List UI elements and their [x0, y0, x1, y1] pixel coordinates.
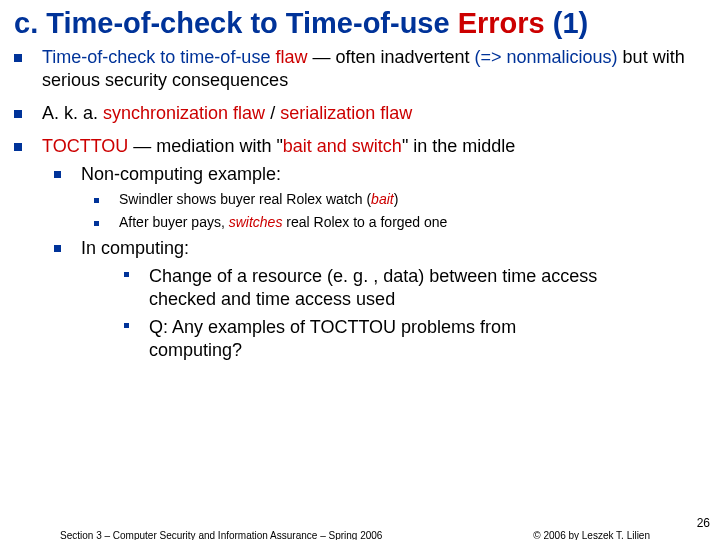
bullet-list: Time-of-check to time-of-use flaw — ofte…	[14, 46, 706, 362]
bullet-3-1-text: Non-computing example:	[81, 163, 281, 186]
b3-d: " in the middle	[402, 136, 515, 156]
b2-b: synchronization flaw	[103, 103, 265, 123]
bullet-3-2-text: In computing:	[81, 237, 189, 260]
bullet-2: A. k. a. synchronization flaw / serializ…	[14, 102, 706, 125]
b311-c: )	[394, 191, 399, 207]
bullet-icon	[124, 323, 129, 328]
b311-a: Swindler shows buyer real Rolex watch (	[119, 191, 371, 207]
bullet-3-2: In computing:	[54, 237, 706, 260]
b312-a: After buyer pays,	[119, 214, 229, 230]
bullet-3-1-2-text: After buyer pays, switches real Rolex to…	[119, 214, 447, 232]
bullet-3-2-1-text: Change of a resource (e. g. , data) betw…	[149, 265, 609, 311]
b312-b: switches	[229, 214, 283, 230]
bullet-icon	[14, 143, 22, 151]
bullet-3-1-1-text: Swindler shows buyer real Rolex watch (b…	[119, 191, 398, 209]
page-number: 26	[697, 516, 710, 530]
b3-c: bait and switch	[283, 136, 402, 156]
bullet-icon	[94, 221, 99, 226]
bullet-icon	[54, 245, 61, 252]
slide: c. Time-of-check to Time-of-use Errors (…	[0, 0, 720, 540]
bullet-1-text: Time-of-check to time-of-use flaw — ofte…	[42, 46, 706, 92]
bullet-3-2-2: Q: Any examples of TOCTTOU problems from…	[124, 316, 706, 362]
title-prefix: c.	[14, 7, 46, 39]
footer-right: © 2006 by Leszek T. Lilien	[533, 530, 650, 540]
b1-d: (=> nonmalicious)	[475, 47, 618, 67]
b3-b: — mediation with "	[128, 136, 282, 156]
bullet-3-1: Non-computing example:	[54, 163, 706, 186]
b2-c: /	[265, 103, 280, 123]
bullet-icon	[124, 272, 129, 277]
bullet-1: Time-of-check to time-of-use flaw — ofte…	[14, 46, 706, 92]
b2-a: A. k. a.	[42, 103, 103, 123]
b312-c: real Rolex to a forged one	[282, 214, 447, 230]
bullet-2-text: A. k. a. synchronization flaw / serializ…	[42, 102, 412, 125]
bullet-3: TOCTTOU — mediation with "bait and switc…	[14, 135, 706, 158]
bullet-icon	[14, 110, 22, 118]
bullet-icon	[54, 171, 61, 178]
b3-a: TOCTTOU	[42, 136, 128, 156]
title-main-a: Time-of-check to Time-of-use	[46, 7, 457, 39]
bullet-icon	[94, 198, 99, 203]
b1-c: — often inadvertent	[307, 47, 474, 67]
bullet-3-text: TOCTTOU — mediation with "bait and switc…	[42, 135, 515, 158]
footer-left: Section 3 – Computer Security and Inform…	[60, 530, 382, 540]
bullet-3-2-1: Change of a resource (e. g. , data) betw…	[124, 265, 706, 311]
title-suffix: (1)	[545, 7, 589, 39]
bullet-3-2-2-text: Q: Any examples of TOCTTOU problems from…	[149, 316, 609, 362]
b1-b: flaw	[275, 47, 307, 67]
bullet-icon	[14, 54, 22, 62]
bullet-3-1-1: Swindler shows buyer real Rolex watch (b…	[94, 191, 706, 209]
b2-d: serialization flaw	[280, 103, 412, 123]
title-errors: Errors	[458, 7, 545, 39]
b1-a: Time-of-check to time-of-use	[42, 47, 275, 67]
b311-b: bait	[371, 191, 394, 207]
bullet-3-1-2: After buyer pays, switches real Rolex to…	[94, 214, 706, 232]
slide-title: c. Time-of-check to Time-of-use Errors (…	[14, 8, 706, 40]
